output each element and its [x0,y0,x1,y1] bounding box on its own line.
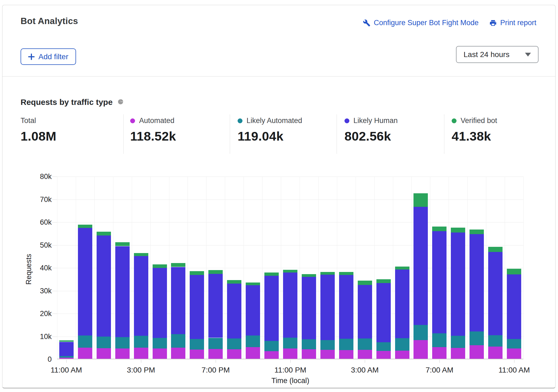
stat-likely-human[interactable]: Likely Human802.56k [344,117,398,144]
y-axis-tick [52,268,57,268]
bar-9-00-am[interactable] [470,230,484,359]
bar-3-00-pm[interactable] [134,253,148,359]
y-axis-tick-label: 20k [21,310,52,317]
bar-11-00-pm[interactable] [283,270,297,359]
y-axis-tick-label: 70k [21,196,52,203]
bar-segment-automated [395,351,409,359]
bar-segment-likely-automated [134,336,148,348]
bar-segment-verified-bot [227,280,241,284]
bar-segment-verified-bot [507,269,521,274]
bar-11-00-am[interactable] [59,340,74,359]
bar-7-00-pm[interactable] [208,270,223,359]
configure-super-bot-fight-mode-link[interactable]: Configure Super Bot Fight Mode [363,19,478,27]
bar-segment-automated [227,349,241,359]
x-axis-title: Time (local) [271,377,309,385]
bar-10-00-pm[interactable] [264,273,279,359]
bar-segment-automated [488,347,503,359]
v-gridline [467,177,468,359]
bar-segment-likely-automated [190,339,204,350]
stat-value: 802.56k [344,129,398,144]
bar-7-00-am[interactable] [432,227,447,359]
v-gridline [374,177,375,359]
v-gridline [281,177,281,359]
legend-dot-icon [238,118,242,123]
bar-4-00-pm[interactable] [153,264,167,359]
bar-6-00-am[interactable] [413,193,428,359]
bar-segment-verified-bot [190,271,204,275]
bot-analytics-card: Bot Analytics Configure Super Bot Fight … [2,5,556,388]
v-gridline [94,177,95,359]
header-divider [2,76,555,77]
bar-segment-likely-automated [264,341,279,351]
bar-segment-likely-human [413,207,428,325]
legend-dot-icon [452,118,457,123]
v-gridline [113,177,113,359]
bar-segment-verified-bot [413,193,428,207]
v-gridline [57,177,57,359]
bar-5-00-am[interactable] [395,267,409,359]
bar-segment-likely-human [395,270,409,338]
print-report-link[interactable]: Print report [489,19,536,27]
v-gridline [523,177,524,359]
bar-segment-likely-automated [171,334,185,348]
y-axis-tick-label: 80k [21,173,52,180]
bar-segment-automated [78,348,92,359]
bar-segment-verified-bot [432,227,447,231]
bar-segment-likely-automated [432,333,447,347]
bar-segment-verified-bot [171,263,185,267]
v-gridline [225,177,225,359]
stat-divider [123,114,124,154]
bar-8-00-pm[interactable] [227,280,241,359]
x-axis-tick [514,360,514,363]
stat-value: 1.08M [21,129,56,144]
x-axis-tick [66,360,67,363]
v-gridline [449,177,449,359]
stat-total[interactable]: Total1.08M [21,117,56,144]
stat-likely-automated[interactable]: Likely Automated119.04k [238,117,302,144]
bar-3-00-am[interactable] [358,281,372,359]
stat-divider [444,114,444,154]
bar-2-00-pm[interactable] [115,242,130,359]
bar-segment-likely-human [507,274,521,339]
bar-segment-automated [134,348,148,359]
bar-segment-automated [358,350,372,359]
v-gridline [150,177,151,359]
x-axis-tick-label: 3:00 AM [351,366,379,374]
bar-segment-verified-bot [264,273,279,276]
bar-4-00-am[interactable] [376,280,391,359]
bar-segment-likely-automated [488,335,503,347]
bar-11-00-am[interactable] [507,269,521,359]
x-axis-tick [439,360,440,363]
add-filter-button[interactable]: Add filter [21,48,76,65]
bar-9-00-pm[interactable] [246,283,260,359]
bar-12-00-am[interactable] [302,274,316,359]
v-gridline [393,177,393,359]
bar-segment-automated [320,350,335,359]
printer-icon [489,19,497,27]
stat-automated[interactable]: Automated118.52k [130,117,176,144]
bar-1-00-pm[interactable] [97,231,111,359]
bar-segment-verified-bot [208,270,223,274]
bar-segment-automated [470,345,484,359]
bar-5-00-pm[interactable] [171,263,185,359]
bar-6-00-pm[interactable] [190,271,204,359]
bar-segment-likely-human [488,252,503,335]
stat-verified-bot[interactable]: Verified bot41.38k [452,117,497,144]
bar-1-00-am[interactable] [320,272,335,359]
stat-value: 119.04k [238,129,302,144]
bar-8-00-am[interactable] [451,228,465,359]
x-axis-tick-label: 7:00 AM [426,366,454,374]
bar-segment-likely-automated [395,338,409,351]
bar-segment-automated [246,347,260,359]
y-axis-tick-label: 50k [21,242,52,249]
stat-label-row: Total [21,117,56,125]
section-title: Requests by traffic type [21,98,113,107]
bar-segment-automated [376,351,391,359]
bar-10-00-am[interactable] [488,247,503,359]
bar-segment-automated [97,348,111,359]
bar-2-00-am[interactable] [339,272,353,359]
time-range-dropdown[interactable]: Last 24 hours [456,46,539,63]
bar-segment-likely-automated [97,337,111,348]
bar-12-00-pm[interactable] [78,225,92,359]
print-link-label: Print report [500,19,536,27]
